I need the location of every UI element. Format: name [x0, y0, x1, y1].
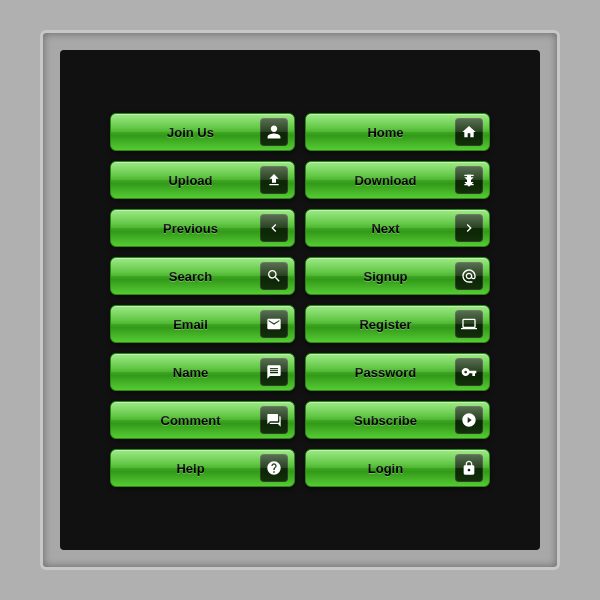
- login-button[interactable]: Login: [305, 449, 490, 487]
- signup-label: Signup: [316, 269, 455, 284]
- email-button[interactable]: Email: [110, 305, 295, 343]
- join-us-label: Join Us: [121, 125, 260, 140]
- chevron-left-icon: [260, 214, 288, 242]
- name-label: Name: [121, 365, 260, 380]
- key-icon: [455, 358, 483, 386]
- search-button[interactable]: Search: [110, 257, 295, 295]
- download-button[interactable]: Download: [305, 161, 490, 199]
- home-button[interactable]: Home: [305, 113, 490, 151]
- upload-button[interactable]: Upload: [110, 161, 295, 199]
- signup-button[interactable]: Signup: [305, 257, 490, 295]
- password-button[interactable]: Password: [305, 353, 490, 391]
- email-icon: [260, 310, 288, 338]
- download-icon: [455, 166, 483, 194]
- at-icon: [455, 262, 483, 290]
- subscribe-icon: [455, 406, 483, 434]
- register-button[interactable]: Register: [305, 305, 490, 343]
- button-grid: Join Us Home Upload Download Previous Ne…: [90, 93, 510, 507]
- chat-icon: [260, 358, 288, 386]
- next-button[interactable]: Next: [305, 209, 490, 247]
- comment-icon: [260, 406, 288, 434]
- comment-label: Comment: [121, 413, 260, 428]
- register-label: Register: [316, 317, 455, 332]
- home-icon: [455, 118, 483, 146]
- outer-frame: Join Us Home Upload Download Previous Ne…: [40, 30, 560, 570]
- previous-label: Previous: [121, 221, 260, 236]
- previous-button[interactable]: Previous: [110, 209, 295, 247]
- name-button[interactable]: Name: [110, 353, 295, 391]
- chevron-right-icon: [455, 214, 483, 242]
- help-icon: [260, 454, 288, 482]
- subscribe-button[interactable]: Subscribe: [305, 401, 490, 439]
- help-label: Help: [121, 461, 260, 476]
- search-label: Search: [121, 269, 260, 284]
- upload-label: Upload: [121, 173, 260, 188]
- email-label: Email: [121, 317, 260, 332]
- upload-icon: [260, 166, 288, 194]
- join-us-button[interactable]: Join Us: [110, 113, 295, 151]
- next-label: Next: [316, 221, 455, 236]
- home-label: Home: [316, 125, 455, 140]
- laptop-icon: [455, 310, 483, 338]
- help-button[interactable]: Help: [110, 449, 295, 487]
- password-label: Password: [316, 365, 455, 380]
- user-icon: [260, 118, 288, 146]
- inner-panel: Join Us Home Upload Download Previous Ne…: [60, 50, 540, 550]
- download-label: Download: [316, 173, 455, 188]
- lock-icon: [455, 454, 483, 482]
- login-label: Login: [316, 461, 455, 476]
- subscribe-label: Subscribe: [316, 413, 455, 428]
- comment-button[interactable]: Comment: [110, 401, 295, 439]
- search-icon: [260, 262, 288, 290]
